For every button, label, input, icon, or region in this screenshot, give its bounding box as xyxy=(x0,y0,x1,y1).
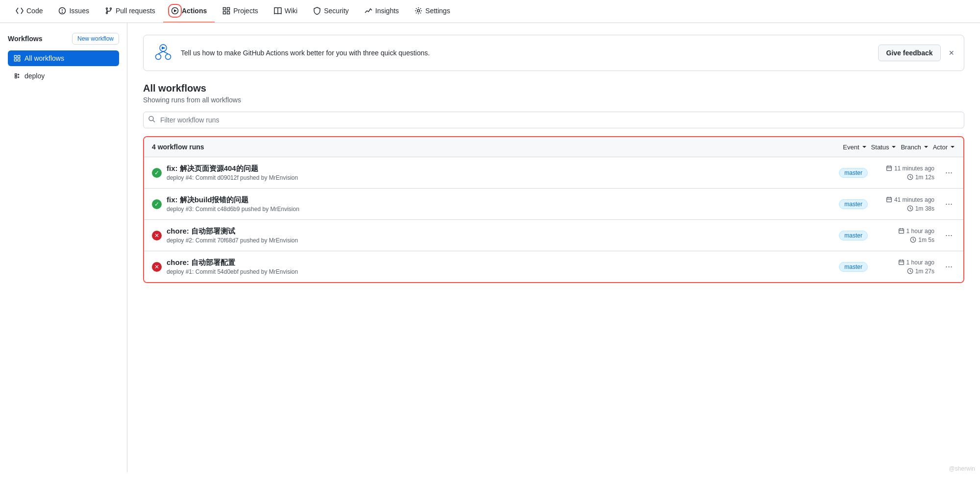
table-row[interactable]: ✓ fix: 解决build报错的问题 deploy #3: Commit c4… xyxy=(144,189,963,220)
svg-point-5 xyxy=(110,8,111,9)
status-filter-button[interactable]: Status xyxy=(871,143,897,151)
workflows-title: All workflows xyxy=(143,83,964,94)
svg-rect-17 xyxy=(14,59,16,61)
run-more-button[interactable]: ··· xyxy=(942,228,956,242)
status-success-icon: ✓ xyxy=(152,168,162,178)
nav-pr-label: Pull requests xyxy=(116,7,155,15)
run-more-button[interactable]: ··· xyxy=(942,197,956,211)
nav-issues-label: Issues xyxy=(69,7,89,15)
run-duration: 1m 5s xyxy=(918,237,934,243)
svg-rect-43 xyxy=(899,229,904,233)
run-time-ago: 41 minutes ago xyxy=(894,196,934,203)
svg-rect-10 xyxy=(227,8,230,10)
run-branch-badge: master xyxy=(839,231,868,240)
table-row[interactable]: ✕ chore: 自动部署配置 deploy #1: Commit 54d0eb… xyxy=(144,251,963,282)
run-meta: 41 minutes ago 1m 38s xyxy=(876,196,934,212)
sidebar-item-all-workflows[interactable]: All workflows xyxy=(8,50,119,66)
run-left: ✕ chore: 自动部署测试 deploy #2: Commit 70f68d… xyxy=(152,227,298,244)
nav-security-label: Security xyxy=(324,7,349,15)
svg-rect-12 xyxy=(227,12,230,14)
feedback-banner-close-button[interactable]: × xyxy=(949,48,954,57)
actor-filter-button[interactable]: Actor xyxy=(933,143,956,151)
run-meta: 1 hour ago 1m 5s xyxy=(876,228,934,243)
nav-item-projects[interactable]: Projects xyxy=(215,0,266,23)
svg-rect-20 xyxy=(15,76,17,78)
nav-item-security[interactable]: Security xyxy=(305,0,357,23)
run-title: fix: 解决页面资源404的问题 xyxy=(167,164,298,173)
svg-rect-16 xyxy=(18,55,20,57)
sidebar-deploy-label: deploy xyxy=(24,72,45,80)
run-meta: 1 hour ago 1m 27s xyxy=(876,259,934,275)
runs-header: 4 workflow runs Event Status Branch xyxy=(144,137,963,157)
sidebar-item-deploy[interactable]: deploy xyxy=(8,68,119,84)
branch-filter-button[interactable]: Branch xyxy=(901,143,929,151)
run-more-button[interactable]: ··· xyxy=(942,166,956,180)
nav-bar: Code Issues Pull requests Actions Projec… xyxy=(0,0,980,23)
runs-container: 4 workflow runs Event Status Branch xyxy=(143,136,964,283)
actions-logo-icon xyxy=(153,43,173,63)
feedback-banner-text: Tell us how to make GitHub Actions work … xyxy=(181,49,430,57)
nav-item-issues[interactable]: Issues xyxy=(50,0,97,23)
svg-point-31 xyxy=(149,117,153,121)
run-left: ✓ fix: 解决build报错的问题 deploy #3: Commit c4… xyxy=(152,195,299,213)
feedback-banner: Tell us how to make GitHub Actions work … xyxy=(143,35,964,71)
run-title: chore: 自动部署测试 xyxy=(167,227,298,236)
watermark: @sherwin xyxy=(949,465,975,472)
filter-workflow-input[interactable] xyxy=(143,112,964,128)
nav-item-pull-requests[interactable]: Pull requests xyxy=(97,0,163,23)
give-feedback-button[interactable]: Give feedback xyxy=(878,45,941,61)
status-failure-icon: ✕ xyxy=(152,262,162,272)
run-duration: 1m 12s xyxy=(915,174,934,181)
event-filter-button[interactable]: Event xyxy=(843,143,867,151)
svg-point-4 xyxy=(106,12,107,14)
svg-point-28 xyxy=(166,54,171,60)
sidebar-title: Workflows New workflow xyxy=(8,33,119,45)
nav-wiki-label: Wiki xyxy=(285,7,297,15)
runs-filters: Event Status Branch Actor xyxy=(843,143,956,151)
nav-item-insights[interactable]: Insights xyxy=(357,0,407,23)
run-title: chore: 自动部署配置 xyxy=(167,258,298,267)
nav-item-wiki[interactable]: Wiki xyxy=(266,0,305,23)
table-row[interactable]: ✓ fix: 解决页面资源404的问题 deploy #4: Commit d0… xyxy=(144,157,963,189)
svg-marker-26 xyxy=(162,47,166,49)
run-time-ago: 1 hour ago xyxy=(906,228,934,235)
status-success-icon: ✓ xyxy=(152,199,162,209)
run-branch-badge: master xyxy=(839,168,868,178)
run-time-ago: 11 minutes ago xyxy=(894,165,934,172)
run-meta: 11 minutes ago 1m 12s xyxy=(876,165,934,181)
status-failure-icon: ✕ xyxy=(152,231,162,240)
nav-projects-label: Projects xyxy=(233,7,258,15)
svg-marker-8 xyxy=(174,9,177,12)
nav-insights-label: Insights xyxy=(375,7,399,15)
table-row[interactable]: ✕ chore: 自动部署测试 deploy #2: Commit 70f68d… xyxy=(144,220,963,251)
run-left: ✓ fix: 解决页面资源404的问题 deploy #4: Commit d0… xyxy=(152,164,298,181)
filter-container xyxy=(143,112,964,128)
run-rows: ✓ fix: 解决页面资源404的问题 deploy #4: Commit d0… xyxy=(144,157,963,282)
run-time-ago: 1 hour ago xyxy=(906,259,934,266)
svg-rect-15 xyxy=(14,55,16,57)
main-content: Tell us how to make GitHub Actions work … xyxy=(127,23,980,472)
nav-settings-label: Settings xyxy=(425,7,450,15)
svg-rect-19 xyxy=(15,74,17,76)
run-duration: 1m 27s xyxy=(915,268,934,275)
run-sub: deploy #2: Commit 70f68d7 pushed by MrEn… xyxy=(167,237,298,244)
runs-count: 4 workflow runs xyxy=(152,143,204,151)
main-layout: Workflows New workflow All workflows dep… xyxy=(0,23,980,472)
svg-line-29 xyxy=(158,51,163,54)
svg-rect-11 xyxy=(223,12,226,14)
workflows-subtitle: Showing runs from all workflows xyxy=(143,96,964,104)
run-more-button[interactable]: ··· xyxy=(942,260,956,274)
nav-actions-label: Actions xyxy=(182,7,207,15)
svg-rect-38 xyxy=(887,197,892,202)
sidebar-all-workflows-label: All workflows xyxy=(24,54,64,62)
svg-point-14 xyxy=(417,10,420,12)
nav-item-code[interactable]: Code xyxy=(8,0,50,23)
svg-point-2 xyxy=(62,12,63,13)
nav-item-settings[interactable]: Settings xyxy=(407,0,458,23)
svg-rect-9 xyxy=(223,8,226,10)
run-branch-badge: master xyxy=(839,199,868,209)
nav-item-actions[interactable]: Actions xyxy=(163,0,215,23)
new-workflow-button[interactable]: New workflow xyxy=(72,33,119,45)
run-duration: 1m 38s xyxy=(915,205,934,212)
svg-rect-18 xyxy=(18,59,20,61)
